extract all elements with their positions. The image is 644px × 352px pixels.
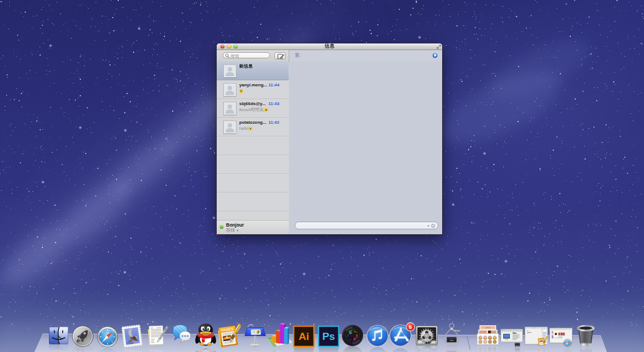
svg-text:080: 080	[449, 339, 453, 342]
svg-text:iMac: iMac	[513, 332, 517, 334]
svg-text:Ps: Ps	[322, 331, 335, 342]
svg-text:5: 5	[409, 324, 412, 330]
svg-text:Ai: Ai	[299, 331, 309, 342]
